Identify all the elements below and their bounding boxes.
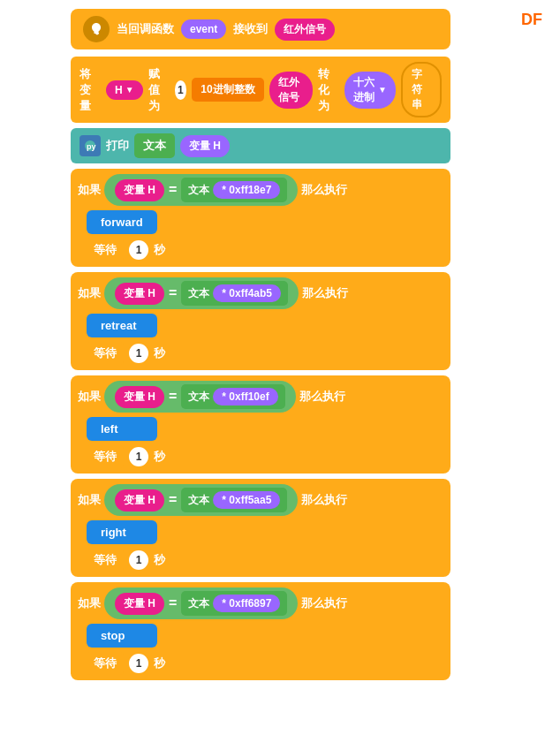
wait-row-1: 等待 1 秒 (87, 342, 443, 365)
value-label: 赋值为 (148, 66, 170, 114)
compare-block-3: 变量 H = 文本 * 0xff5aa5 (104, 484, 298, 516)
if-label-4: 如果 (78, 595, 101, 611)
action-row-0: forward (78, 210, 443, 234)
wait-label-0: 等待 (87, 239, 124, 261)
if-row-4: 如果 变量 H = 文本 * 0xff6897 那么执行 (78, 587, 443, 619)
then-label-3: 那么执行 (301, 492, 347, 508)
action-row-4: stop (78, 624, 443, 648)
action-block-1[interactable]: retreat (87, 314, 157, 337)
wait-label-3: 等待 (87, 549, 124, 572)
assign-label: 将变量 (79, 66, 101, 114)
convert-label: 10进制整数 (192, 78, 263, 102)
compare-block-2: 变量 H = 文本 * 0xff10ef (104, 381, 296, 413)
hex-dropdown[interactable]: 十六进制 ▼ (344, 72, 396, 109)
print-label: 打印 (106, 138, 129, 154)
wait-label-1: 等待 (87, 342, 124, 365)
then-label-2: 那么执行 (299, 389, 345, 405)
text-block-0: 文本 * 0xff18e7 (181, 178, 287, 202)
if-label-1: 如果 (78, 285, 101, 301)
compare-block-1: 变量 H = 文本 * 0xff4ab5 (104, 277, 299, 309)
text-block-3: 文本 * 0xff5aa5 (181, 488, 287, 512)
then-label-1: 那么执行 (302, 285, 348, 301)
wait-num-0: 1 (129, 240, 148, 260)
condition-group-3: 如果 变量 H = 文本 * 0xff5aa5 那么执行 right 等待 1 … (71, 479, 450, 577)
number-value: 1 (175, 80, 187, 100)
var-pill-1[interactable]: 变量 H (115, 283, 164, 305)
value-pill-2: * 0xff10ef (213, 388, 277, 405)
condition-group-0: 如果 变量 H = 文本 * 0xff18e7 那么执行 forward 等待 … (71, 169, 450, 267)
value-pill-4: * 0xff6897 (213, 595, 280, 612)
var-pill-3[interactable]: 变量 H (115, 489, 164, 511)
ir-label: 红外信号 (269, 72, 314, 109)
event-block: 当回调函数 event 接收到 红外信号 (71, 9, 450, 49)
to-label: 转化为 (318, 66, 339, 114)
wait-row-3: 等待 1 秒 (87, 549, 443, 572)
action-row-2: left (78, 417, 443, 441)
if-row-2: 如果 变量 H = 文本 * 0xff10ef 那么执行 (78, 381, 443, 413)
value-pill-0: * 0xff18e7 (213, 181, 280, 199)
wait-row-0: 等待 1 秒 (87, 239, 443, 261)
text-label-2: 文本 (188, 390, 209, 405)
hex-arrow: ▼ (378, 85, 387, 95)
then-label-4: 那么执行 (301, 595, 347, 611)
if-row-0: 如果 变量 H = 文本 * 0xff18e7 那么执行 (78, 174, 443, 206)
conditions-container: 如果 变量 H = 文本 * 0xff18e7 那么执行 forward 等待 … (18, 169, 542, 686)
sec-label-1: 秒 (154, 345, 165, 361)
action-block-0[interactable]: forward (87, 210, 157, 234)
equals-sign-1: = (169, 285, 177, 301)
condition-group-4: 如果 变量 H = 文本 * 0xff6897 那么执行 stop 等待 1 秒 (71, 582, 450, 680)
compare-block-0: 变量 H = 文本 * 0xff18e7 (104, 174, 298, 206)
action-row-1: retreat (78, 314, 443, 337)
text-label-3: 文本 (188, 493, 209, 508)
text-block-2: 文本 * 0xff10ef (181, 384, 284, 409)
svg-text:py: py (87, 142, 96, 151)
var-pill-2[interactable]: 变量 H (115, 386, 164, 408)
text-block-1: 文本 * 0xff4ab5 (181, 281, 288, 306)
wait-label-4: 等待 (87, 652, 124, 675)
if-label-3: 如果 (78, 492, 101, 508)
condition-group-2: 如果 变量 H = 文本 * 0xff10ef 那么执行 left 等待 1 秒 (71, 375, 450, 474)
python-icon: py (79, 135, 101, 156)
action-block-2[interactable]: left (87, 417, 157, 441)
compare-block-4: 变量 H = 文本 * 0xff6897 (104, 587, 298, 619)
wait-num-3: 1 (129, 550, 148, 570)
var-pill-0[interactable]: 变量 H (115, 179, 164, 201)
receive-label: 接收到 (233, 21, 268, 37)
if-row-1: 如果 变量 H = 文本 * 0xff4ab5 那么执行 (78, 277, 443, 309)
wait-num-4: 1 (129, 654, 148, 673)
print-block: py 打印 文本 变量 H (71, 128, 450, 163)
text-label-0: 文本 (188, 183, 209, 198)
text-label-1: 文本 (188, 286, 209, 301)
value-pill-3: * 0xff5aa5 (213, 491, 280, 509)
sec-label-0: 秒 (154, 242, 165, 258)
text-label-4: 文本 (188, 596, 209, 611)
wait-row-2: 等待 1 秒 (87, 445, 443, 468)
text-block-4: 文本 * 0xff6897 (181, 591, 287, 616)
action-block-4[interactable]: stop (87, 624, 157, 648)
sec-label-2: 秒 (154, 449, 165, 465)
value-pill-1: * 0xff4ab5 (213, 284, 281, 302)
wait-num-1: 1 (129, 344, 148, 363)
var-dropdown-arrow: ▼ (125, 85, 134, 95)
action-row-3: right (78, 520, 443, 544)
text-label-print: 文本 (134, 133, 175, 158)
var-pill-4[interactable]: 变量 H (115, 593, 164, 615)
action-block-3[interactable]: right (87, 520, 157, 544)
then-label-0: 那么执行 (301, 182, 347, 198)
event-pill[interactable]: event (181, 19, 226, 39)
equals-sign-3: = (169, 492, 177, 508)
wait-label-2: 等待 (87, 445, 124, 468)
event-icon (83, 16, 110, 42)
if-row-3: 如果 变量 H = 文本 * 0xff5aa5 那么执行 (78, 484, 443, 516)
string-label: 字符串 (401, 62, 442, 117)
print-var-pill[interactable]: 变量 H (180, 135, 230, 157)
callback-label: 当回调函数 (117, 21, 174, 37)
condition-group-1: 如果 变量 H = 文本 * 0xff4ab5 那么执行 retreat 等待 … (71, 272, 450, 370)
var-dropdown[interactable]: H ▼ (106, 80, 143, 100)
df-brand-label: DF (521, 11, 542, 29)
assign-block: 将变量 H ▼ 赋值为 1 10进制整数 红外信号 转化为 十六进制 ▼ 字符串 (71, 57, 450, 123)
if-label-2: 如果 (78, 389, 101, 405)
equals-sign-0: = (169, 182, 177, 198)
equals-sign-2: = (169, 389, 177, 405)
wait-num-2: 1 (129, 447, 148, 466)
